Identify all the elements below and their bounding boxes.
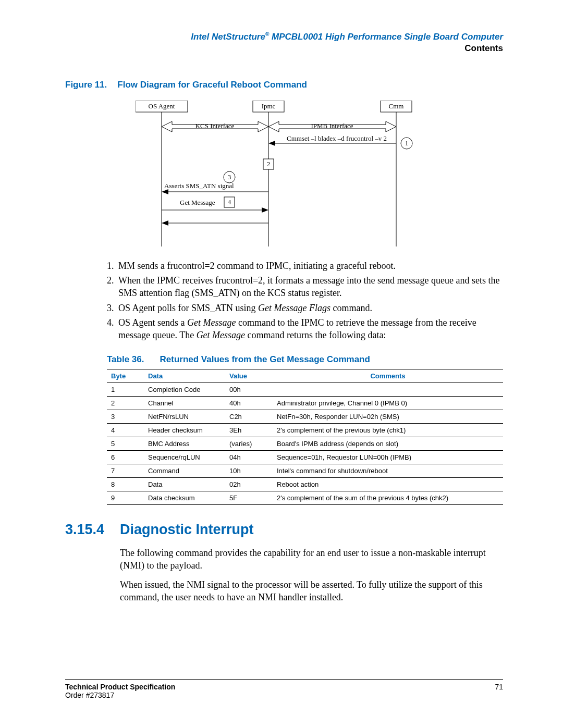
cell-value: 3Eh [225,424,273,437]
cell-byte: 7 [107,464,144,478]
cell-byte: 4 [107,424,144,437]
ipmb-label: IPMB Interface [311,122,353,130]
figure-title: Flow Diagram for Graceful Reboot Command [117,80,307,90]
step-1: 1 [405,139,409,147]
cell-value: 02h [225,478,273,491]
cell-byte: 2 [107,397,144,410]
table-row: 8Data02hReboot action [107,478,503,491]
cell-comments: 2's complement of the sum of the previou… [273,491,503,505]
cell-value: C2h [225,410,273,424]
cell-data: Completion Code [144,383,225,397]
table-row: 1Completion Code00h [107,383,503,397]
returned-values-table: Byte Data Value Comments 1Completion Cod… [107,369,503,505]
list-item: 1.MM sends a frucontrol=2 command to IPM… [107,260,503,272]
figure-label: Figure 11. [65,80,107,90]
page-header: Intel NetStructure® MPCBL0001 High Perfo… [65,31,503,54]
table-row: 9Data checksum5F2's complement of the su… [107,491,503,505]
cell-comments: NetFn=30h, Responder LUN=02h (SMS) [273,410,503,424]
product-prefix: Intel NetStructure [191,32,265,42]
cell-comments: Reboot action [273,478,503,491]
figure-caption: Figure 11.Flow Diagram for Graceful Rebo… [65,80,503,90]
cell-comments: Sequence=01h, Requestor LUN=00h (IPMB) [273,451,503,464]
flow-diagram: OS Agent Ipmc Cmm KCS Interface IPMB Int… [136,101,433,246]
cell-comments [273,383,503,397]
box-os-agent: OS Agent [149,102,175,110]
body-paragraph: The following command provides the capab… [120,547,503,572]
getmsg-label: Get Message [180,199,215,206]
th-value: Value [225,369,273,383]
kcs-label: KCS Interface [195,122,235,130]
footer-order: Order #273817 [65,691,114,699]
table-row: 5BMC Address(varies)Board's IPMB address… [107,437,503,451]
body-paragraph: When issued, the NMI signal to the proce… [120,579,503,603]
svg-marker-19 [162,220,168,226]
cmmset-label: Cmmset –l bladex –d frucontrol –v 2 [287,134,387,142]
box-cmm: Cmm [389,102,404,110]
table-row: 7Command10hIntel's command for shutdown/… [107,464,503,478]
cell-byte: 9 [107,491,144,505]
step-4: 4 [228,198,231,206]
svg-marker-14 [162,189,168,194]
cell-value: 10h [225,464,273,478]
list-item: 3.OS Agent polls for SMS_ATN using Get M… [107,302,503,314]
table-row: 4Header checksum3Eh2's complement of the… [107,424,503,437]
svg-marker-9 [268,141,275,146]
cell-byte: 3 [107,410,144,424]
cell-byte: 1 [107,383,144,397]
table-row: 6Sequence/rqLUN04hSequence=01h, Requesto… [107,451,503,464]
section-heading: 3.15.4Diagnostic Interrupt [65,522,503,538]
cell-comments: Intel's command for shutdown/reboot [273,464,503,478]
numbered-steps: 1.MM sends a frucontrol=2 command to IPM… [107,260,503,342]
cell-data: BMC Address [144,437,225,451]
cell-data: Data checksum [144,491,225,505]
cell-comments: Board's IPMB address (depends on slot) [273,437,503,451]
cell-data: Data [144,478,225,491]
cell-value: 04h [225,451,273,464]
section-number: 3.15.4 [65,522,120,538]
cell-byte: 5 [107,437,144,451]
th-byte: Byte [107,369,144,383]
table-title: Returned Values from the Get Message Com… [160,354,370,364]
svg-marker-17 [262,207,268,213]
cell-comments: 2's complement of the previous byte (chk… [273,424,503,437]
product-suffix: MPCBL0001 High Performance Single Board … [269,32,503,42]
th-data: Data [144,369,225,383]
cell-data: NetFN/rsLUN [144,410,225,424]
cell-value: 5F [225,491,273,505]
page-number: 71 [495,683,503,699]
step-2: 2 [267,160,271,168]
cell-data: Sequence/rqLUN [144,451,225,464]
page-footer: Technical Product Specification Order #2… [65,679,503,699]
cell-value: (varies) [225,437,273,451]
header-section: Contents [65,43,503,54]
cell-comments: Administrator privilege, Channel 0 (IPMB… [273,397,503,410]
cell-value: 00h [225,383,273,397]
cell-data: Header checksum [144,424,225,437]
cell-byte: 8 [107,478,144,491]
table-row: 2Channel40hAdministrator privilege, Chan… [107,397,503,410]
cell-value: 40h [225,397,273,410]
table-caption: Table 36.Returned Values from the Get Me… [107,354,503,365]
cell-byte: 6 [107,451,144,464]
table-row: 3NetFN/rsLUNC2hNetFn=30h, Responder LUN=… [107,410,503,424]
step-3: 3 [228,173,231,181]
table-label: Table 36. [107,354,144,364]
th-comments: Comments [273,369,503,383]
footer-tps: Technical Product Specification [65,683,175,691]
section-title: Diagnostic Interrupt [120,522,254,537]
list-item: 4.OS Agent sends a Get Message command t… [107,316,503,342]
asserts-label: Asserts SMS_ATN signal [164,182,234,190]
cell-data: Command [144,464,225,478]
list-item: 2.When the IPMC receives frucontrol=2, i… [107,274,503,300]
cell-data: Channel [144,397,225,410]
box-ipmc: Ipmc [262,102,276,110]
product-title: Intel NetStructure® MPCBL0001 High Perfo… [65,31,503,42]
